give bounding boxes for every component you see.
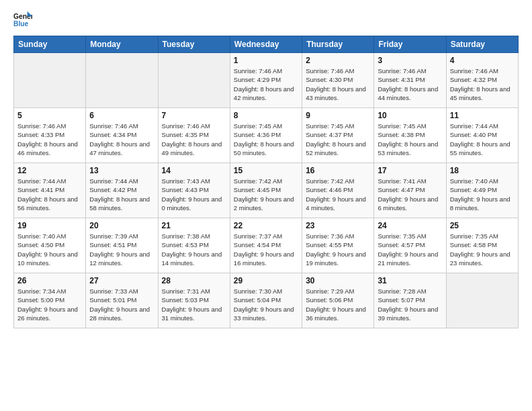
day-info: Sunrise: 7:29 AM Sunset: 5:06 PM Dayligh… (306, 287, 370, 322)
day-number: 7 (162, 111, 226, 120)
day-number: 16 (306, 166, 370, 175)
day-number: 11 (450, 111, 515, 120)
day-info: Sunrise: 7:31 AM Sunset: 5:03 PM Dayligh… (162, 287, 226, 322)
weekday-header-thursday: Thursday (302, 36, 374, 53)
day-number: 25 (450, 221, 515, 230)
day-number: 24 (378, 221, 442, 230)
day-number: 12 (17, 166, 82, 175)
day-number: 23 (306, 221, 370, 230)
svg-text:Blue: Blue (13, 20, 29, 28)
calendar-cell: 21Sunrise: 7:38 AM Sunset: 4:53 PM Dayli… (158, 218, 230, 273)
day-info: Sunrise: 7:46 AM Sunset: 4:33 PM Dayligh… (17, 122, 82, 157)
weekday-header-sunday: Sunday (14, 36, 86, 53)
calendar-cell: 15Sunrise: 7:42 AM Sunset: 4:45 PM Dayli… (230, 163, 302, 218)
calendar-cell: 1Sunrise: 7:46 AM Sunset: 4:29 PM Daylig… (230, 53, 302, 108)
day-info: Sunrise: 7:38 AM Sunset: 4:53 PM Dayligh… (162, 232, 226, 267)
day-info: Sunrise: 7:45 AM Sunset: 4:37 PM Dayligh… (306, 122, 370, 157)
day-number: 5 (17, 111, 82, 120)
calendar-cell: 8Sunrise: 7:45 AM Sunset: 4:36 PM Daylig… (230, 108, 302, 163)
day-info: Sunrise: 7:41 AM Sunset: 4:47 PM Dayligh… (378, 177, 442, 212)
day-info: Sunrise: 7:35 AM Sunset: 4:57 PM Dayligh… (378, 232, 442, 267)
day-number: 4 (450, 56, 515, 65)
weekday-header-saturday: Saturday (446, 36, 518, 53)
week-row-4: 19Sunrise: 7:40 AM Sunset: 4:50 PM Dayli… (14, 218, 519, 273)
day-info: Sunrise: 7:33 AM Sunset: 5:01 PM Dayligh… (89, 287, 154, 322)
page-header: General Blue (13, 10, 519, 29)
calendar-cell (86, 53, 158, 108)
calendar-cell: 18Sunrise: 7:40 AM Sunset: 4:49 PM Dayli… (446, 163, 518, 218)
day-info: Sunrise: 7:44 AM Sunset: 4:40 PM Dayligh… (450, 122, 515, 157)
day-info: Sunrise: 7:36 AM Sunset: 4:55 PM Dayligh… (306, 232, 370, 267)
day-info: Sunrise: 7:39 AM Sunset: 4:51 PM Dayligh… (89, 232, 154, 267)
week-row-3: 12Sunrise: 7:44 AM Sunset: 4:41 PM Dayli… (14, 163, 519, 218)
day-info: Sunrise: 7:35 AM Sunset: 4:58 PM Dayligh… (450, 232, 515, 267)
day-info: Sunrise: 7:34 AM Sunset: 5:00 PM Dayligh… (17, 287, 82, 322)
calendar-cell (158, 53, 230, 108)
day-info: Sunrise: 7:46 AM Sunset: 4:32 PM Dayligh… (450, 66, 515, 102)
calendar-cell (446, 273, 518, 328)
day-number: 19 (17, 221, 82, 230)
day-info: Sunrise: 7:30 AM Sunset: 5:04 PM Dayligh… (234, 287, 298, 322)
day-number: 31 (378, 276, 442, 285)
day-info: Sunrise: 7:45 AM Sunset: 4:38 PM Dayligh… (378, 122, 442, 157)
calendar-cell: 27Sunrise: 7:33 AM Sunset: 5:01 PM Dayli… (86, 273, 158, 328)
weekday-header-monday: Monday (86, 36, 158, 53)
calendar-cell: 7Sunrise: 7:46 AM Sunset: 4:35 PM Daylig… (158, 108, 230, 163)
day-number: 10 (378, 111, 442, 120)
calendar-cell: 25Sunrise: 7:35 AM Sunset: 4:58 PM Dayli… (446, 218, 518, 273)
weekday-header-friday: Friday (374, 36, 446, 53)
week-row-5: 26Sunrise: 7:34 AM Sunset: 5:00 PM Dayli… (14, 273, 519, 328)
day-number: 9 (306, 111, 370, 120)
calendar-cell: 31Sunrise: 7:28 AM Sunset: 5:07 PM Dayli… (374, 273, 446, 328)
calendar-cell: 4Sunrise: 7:46 AM Sunset: 4:32 PM Daylig… (446, 53, 518, 108)
day-info: Sunrise: 7:28 AM Sunset: 5:07 PM Dayligh… (378, 287, 442, 322)
day-number: 30 (306, 276, 370, 285)
day-number: 8 (234, 111, 298, 120)
calendar-cell: 28Sunrise: 7:31 AM Sunset: 5:03 PM Dayli… (158, 273, 230, 328)
day-info: Sunrise: 7:46 AM Sunset: 4:34 PM Dayligh… (89, 122, 154, 157)
day-info: Sunrise: 7:46 AM Sunset: 4:30 PM Dayligh… (306, 66, 370, 102)
calendar-cell: 22Sunrise: 7:37 AM Sunset: 4:54 PM Dayli… (230, 218, 302, 273)
calendar-cell: 6Sunrise: 7:46 AM Sunset: 4:34 PM Daylig… (86, 108, 158, 163)
day-info: Sunrise: 7:37 AM Sunset: 4:54 PM Dayligh… (234, 232, 298, 267)
calendar-cell: 14Sunrise: 7:43 AM Sunset: 4:43 PM Dayli… (158, 163, 230, 218)
calendar-cell: 19Sunrise: 7:40 AM Sunset: 4:50 PM Dayli… (14, 218, 86, 273)
calendar-table: SundayMondayTuesdayWednesdayThursdayFrid… (13, 36, 519, 328)
day-number: 22 (234, 221, 298, 230)
calendar-cell: 13Sunrise: 7:44 AM Sunset: 4:42 PM Dayli… (86, 163, 158, 218)
day-info: Sunrise: 7:44 AM Sunset: 4:42 PM Dayligh… (89, 177, 154, 212)
day-number: 14 (162, 166, 226, 175)
day-number: 17 (378, 166, 442, 175)
day-number: 20 (89, 221, 154, 230)
calendar-cell: 2Sunrise: 7:46 AM Sunset: 4:30 PM Daylig… (302, 53, 374, 108)
day-info: Sunrise: 7:46 AM Sunset: 4:35 PM Dayligh… (162, 122, 226, 157)
day-number: 28 (162, 276, 226, 285)
calendar-cell: 3Sunrise: 7:46 AM Sunset: 4:31 PM Daylig… (374, 53, 446, 108)
day-info: Sunrise: 7:42 AM Sunset: 4:45 PM Dayligh… (234, 177, 298, 212)
day-number: 27 (89, 276, 154, 285)
day-number: 6 (89, 111, 154, 120)
day-info: Sunrise: 7:45 AM Sunset: 4:36 PM Dayligh… (234, 122, 298, 157)
calendar-cell: 9Sunrise: 7:45 AM Sunset: 4:37 PM Daylig… (302, 108, 374, 163)
logo: General Blue (13, 10, 32, 29)
calendar-cell: 12Sunrise: 7:44 AM Sunset: 4:41 PM Dayli… (14, 163, 86, 218)
day-number: 2 (306, 56, 370, 65)
day-info: Sunrise: 7:43 AM Sunset: 4:43 PM Dayligh… (162, 177, 226, 212)
day-info: Sunrise: 7:44 AM Sunset: 4:41 PM Dayligh… (17, 177, 82, 212)
day-number: 3 (378, 56, 442, 65)
logo-icon: General Blue (13, 10, 32, 29)
calendar-cell: 10Sunrise: 7:45 AM Sunset: 4:38 PM Dayli… (374, 108, 446, 163)
calendar-cell: 29Sunrise: 7:30 AM Sunset: 5:04 PM Dayli… (230, 273, 302, 328)
calendar-cell (14, 53, 86, 108)
calendar-cell: 11Sunrise: 7:44 AM Sunset: 4:40 PM Dayli… (446, 108, 518, 163)
day-info: Sunrise: 7:40 AM Sunset: 4:49 PM Dayligh… (450, 177, 515, 212)
day-number: 15 (234, 166, 298, 175)
calendar-cell: 26Sunrise: 7:34 AM Sunset: 5:00 PM Dayli… (14, 273, 86, 328)
weekday-header-row: SundayMondayTuesdayWednesdayThursdayFrid… (14, 36, 519, 53)
calendar-cell: 23Sunrise: 7:36 AM Sunset: 4:55 PM Dayli… (302, 218, 374, 273)
weekday-header-wednesday: Wednesday (230, 36, 302, 53)
day-number: 13 (89, 166, 154, 175)
calendar-cell: 30Sunrise: 7:29 AM Sunset: 5:06 PM Dayli… (302, 273, 374, 328)
calendar-cell: 16Sunrise: 7:42 AM Sunset: 4:46 PM Dayli… (302, 163, 374, 218)
weekday-header-tuesday: Tuesday (158, 36, 230, 53)
